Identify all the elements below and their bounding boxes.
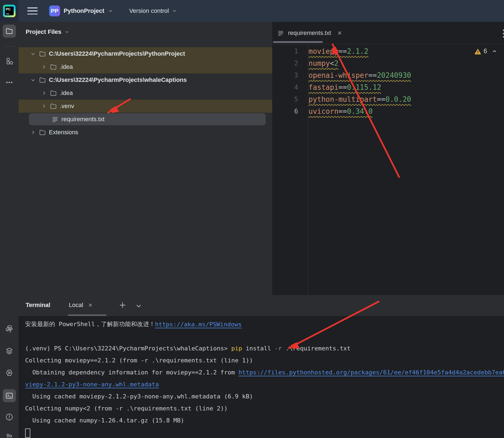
editor[interactable]: 1moviepy==2.1.22numpy<23openai-whisper==… — [272, 44, 504, 295]
chevron-right-icon[interactable] — [40, 103, 48, 110]
structure-icon — [5, 57, 13, 65]
tree-item-c-users-32224-pycharmprojects-pythonproject[interactable]: C:\Users\32224\PycharmProjects\PythonPro… — [19, 47, 272, 60]
more-icon — [5, 78, 13, 87]
version-operator: == — [368, 71, 377, 79]
chevron-down-icon[interactable] — [29, 76, 37, 84]
project-files-panel: Project Files C:\Users\32224\PycharmProj… — [19, 22, 272, 295]
line-number: 5 — [272, 96, 298, 103]
services-button[interactable] — [3, 366, 16, 379]
text-file-icon — [51, 116, 59, 123]
terminal-tool-button[interactable] — [3, 389, 16, 402]
tab-title: requirements.txt — [288, 29, 331, 37]
code-line-2[interactable]: 2numpy<2 — [272, 57, 504, 69]
terminal-text: Collecting moviepy==2.1.2 (from -r .\req… — [25, 357, 253, 364]
terminal-line-2 — [25, 330, 504, 342]
active-tab-indicator — [273, 41, 323, 43]
terminal-link[interactable]: https://files.pythonhosted.org/packages/… — [238, 369, 504, 376]
requirement-entry: moviepy==2.1.2 — [309, 47, 368, 55]
terminal-link[interactable]: viepy-2.1.2-py3-none-any.whl.metadata — [25, 381, 159, 388]
chevron-right-icon[interactable] — [29, 129, 37, 136]
close-icon[interactable] — [337, 30, 343, 36]
terminal-text: Collecting numpy<2 (from -r .\requiremen… — [25, 405, 228, 412]
tree-item-label: .venv — [60, 103, 74, 110]
chevron-right-icon[interactable] — [40, 90, 48, 97]
command-name: pip — [231, 345, 242, 352]
package-name: python-multipart — [309, 95, 377, 103]
close-icon[interactable] — [88, 302, 93, 308]
python-console-button[interactable] — [3, 322, 16, 335]
folder-icon — [50, 90, 57, 97]
terminal-line-4: Collecting moviepy==2.1.2 (from -r .\req… — [25, 354, 504, 366]
chevron-down-icon[interactable] — [29, 50, 37, 57]
line-number: 1 — [272, 47, 298, 55]
code-line-1[interactable]: 1moviepy==2.1.2 — [272, 45, 504, 57]
problems-button[interactable] — [3, 410, 16, 424]
package-name: openai-whisper — [309, 71, 368, 79]
tree-item-label: .idea — [60, 90, 73, 97]
terminal-text: (.venv) PS C:\Users\32224\PycharmProject… — [25, 345, 231, 352]
package-version: 0.0.20 — [386, 95, 411, 103]
chevron-down-icon — [108, 8, 113, 14]
terminal-line-7: Using cached moviepy-2.1.2-py3-none-any.… — [25, 390, 504, 402]
code-line-6[interactable]: 6uvicorn==0.34.0 — [272, 105, 504, 117]
package-version: 0.115.12 — [347, 83, 381, 91]
version-operator: == — [339, 107, 347, 115]
chevron-up-icon[interactable] — [491, 48, 497, 54]
project-tool-button[interactable] — [3, 25, 16, 38]
terminal-text: 安装最新的 PowerShell，了解新功能和改进！ — [25, 320, 155, 328]
code-area: 1moviepy==2.1.22numpy<23openai-whisper==… — [272, 45, 504, 117]
tree-item-label: C:\Users\32224\PycharmProjects\PythonPro… — [49, 50, 185, 57]
main-toolbar: PC PP PythonProject Version control — [0, 0, 504, 22]
terminal[interactable]: 安装最新的 PowerShell，了解新功能和改进！https://aka.ms… — [19, 316, 504, 438]
line-number: 6 — [272, 108, 298, 115]
structure-tool-button[interactable] — [3, 55, 16, 68]
terminal-link[interactable]: https://aka.ms/PSWindows — [155, 321, 242, 328]
terminal-line-8: Collecting numpy<2 (from -r .\requiremen… — [25, 402, 504, 414]
folder-icon — [5, 27, 13, 35]
editor-tab-bar: requirements.txt — [272, 22, 504, 44]
main-menu-icon[interactable] — [27, 7, 38, 14]
strip-divider — [4, 46, 14, 47]
code-line-3[interactable]: 3openai-whisper==20240930 — [272, 69, 504, 81]
package-version: 2 — [334, 59, 339, 67]
tree-item-idea[interactable]: .idea — [19, 60, 272, 73]
package-name: numpy — [309, 59, 330, 67]
chevron-down-icon — [64, 29, 70, 35]
folder-icon — [39, 129, 46, 136]
version-control-selector[interactable]: Version control — [129, 7, 177, 14]
tree-item-c-users-32224-pycharmprojects-whalecaptions[interactable]: C:\Users\32224\PycharmProjects\whaleCapt… — [19, 73, 272, 87]
project-tree: C:\Users\32224\PycharmProjects\PythonPro… — [19, 47, 272, 139]
more-tool-windows-button[interactable] — [3, 76, 16, 89]
chevron-right-icon[interactable] — [40, 63, 48, 70]
chevron-down-icon[interactable] — [135, 303, 142, 309]
tree-item-extensions[interactable]: Extensions — [19, 126, 272, 139]
tree-item-idea[interactable]: .idea — [19, 87, 272, 100]
code-line-4[interactable]: 4fastapi==0.115.12 — [272, 81, 504, 93]
warning-icon — [474, 48, 481, 55]
tool-window-strip — [0, 22, 19, 438]
terminal-tab-local[interactable]: Local — [69, 302, 93, 309]
inspections-widget[interactable]: 6 — [474, 47, 497, 55]
requirement-entry: fastapi==0.115.12 — [309, 83, 381, 91]
code-line-5[interactable]: 5python-multipart==0.0.20 — [272, 93, 504, 105]
terminal-tab-title: Local — [69, 302, 83, 309]
python-packages-button[interactable] — [3, 344, 16, 357]
pycharm-logo-icon: PC — [3, 5, 16, 17]
tab-requirements-txt[interactable]: requirements.txt — [277, 22, 343, 44]
problems-icon — [5, 413, 13, 421]
tree-item-requirements-txt[interactable]: requirements.txt — [19, 113, 272, 126]
endpoints-button[interactable] — [3, 431, 16, 438]
project-files-header[interactable]: Project Files — [26, 28, 70, 35]
package-version: 2.1.2 — [347, 47, 368, 55]
hexagon-play-icon — [5, 369, 13, 377]
project-selector[interactable]: PP PythonProject — [49, 5, 113, 16]
tree-item-venv[interactable]: .venv — [19, 100, 272, 113]
requirement-entry: numpy<2 — [309, 59, 339, 67]
tree-item-label: .idea — [60, 63, 73, 70]
editor-options-icon[interactable] — [503, 29, 504, 38]
version-operator: == — [339, 47, 347, 55]
version-operator: < — [330, 59, 334, 67]
new-terminal-icon[interactable] — [118, 301, 127, 309]
terminal-line-3: (.venv) PS C:\Users\32224\PycharmProject… — [25, 342, 504, 354]
version-control-label: Version control — [129, 7, 169, 14]
